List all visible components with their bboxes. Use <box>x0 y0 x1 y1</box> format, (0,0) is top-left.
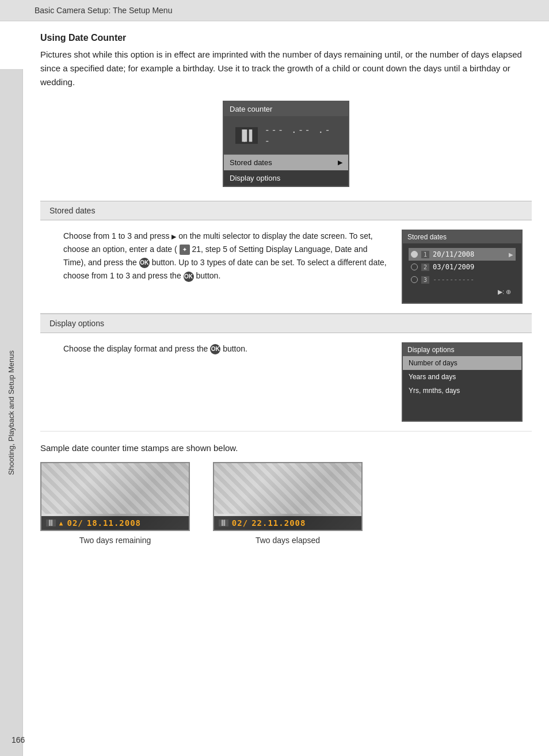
stamp-icon-1: ▐▌ <box>46 520 56 526</box>
display-option-yrs-mnths-days[interactable]: Yrs, mnths, days <box>403 384 521 398</box>
date-value-1: 20/11/2008 <box>433 250 474 258</box>
intro-paragraph: Pictures shot while this option is in ef… <box>40 48 532 89</box>
stored-date-row-2[interactable]: 2 03/01/2009 <box>409 261 516 273</box>
stored-dates-ui-body: 1 20/11/2008 ▶ 2 03/01/2009 3 ----------… <box>403 243 521 303</box>
stored-dates-text-part1: Choose from 1 to 3 and press <box>63 231 171 240</box>
sidebar-label-text: Shooting, Playback and Setup Menus <box>7 350 16 475</box>
date-counter-title: Date counter <box>224 102 348 116</box>
sample-intro: Sample date counter time stamps are show… <box>40 443 532 453</box>
header-title: Basic Camera Setup: The Setup Menu <box>35 6 172 15</box>
section-title: Using Date Counter <box>40 33 532 43</box>
stored-date-arrow-1: ▶ <box>509 251 513 258</box>
date-num-1: 1 <box>421 251 429 258</box>
camera-counter-icon: ▐▌▌ <box>235 127 258 144</box>
date-num-3: 3 <box>421 276 429 284</box>
menu-item-stored-dates[interactable]: Stored dates ▶ <box>224 155 348 170</box>
stamp-overlay-elapsed: ▐▌ 02/ 22.11.2008 <box>214 516 361 530</box>
display-option-years-and-days[interactable]: Years and days <box>403 370 521 384</box>
multi-selector-arrow: ▶ <box>171 233 176 240</box>
stamp-num-1: 02/ <box>67 518 83 528</box>
stored-date-row-3[interactable]: 3 ---------- <box>409 273 516 286</box>
ok-button-icon-1: OK <box>139 258 150 268</box>
stamp-date-1: 18.11.2008 <box>87 518 141 528</box>
ok-button-icon-2: OK <box>184 272 194 282</box>
stamp-triangle-1: ▲ <box>59 520 64 527</box>
sidebar-label: Shooting, Playback and Setup Menus <box>0 69 23 756</box>
arrow-right-icon: ▶ <box>338 159 342 166</box>
page-header: Basic Camera Setup: The Setup Menu <box>0 0 549 21</box>
stamp-label-remaining: Two days remaining <box>79 536 151 545</box>
display-options-ui-panel: Display options Number of days Years and… <box>402 342 523 422</box>
date-counter-screen: ▐▌▌ --- .-- .-- <box>224 116 348 155</box>
stored-dates-header: Stored dates <box>40 201 532 220</box>
display-options-text-part1: Choose the display format and press the <box>63 344 208 353</box>
display-options-body: Choose the display format and press the … <box>40 333 532 432</box>
stored-dates-text: Choose from 1 to 3 and press ▶ on the mu… <box>63 230 390 304</box>
page-number: 166 <box>12 735 25 744</box>
display-options-padding <box>403 398 521 421</box>
date-counter-menu: Date counter ▐▌▌ --- .-- .-- Stored date… <box>223 101 349 187</box>
stamp-item-remaining: ▐▌ ▲ 02/ 18.11.2008 Two days remaining <box>40 462 190 545</box>
stamp-label-elapsed: Two days elapsed <box>256 536 320 545</box>
date-counter-ui: Date counter ▐▌▌ --- .-- .-- Stored date… <box>40 101 532 187</box>
display-option-number-of-days[interactable]: Number of days <box>403 356 521 370</box>
stored-dates-body: Choose from 1 to 3 and press ▶ on the mu… <box>40 220 532 314</box>
stamp-image-remaining: ▐▌ ▲ 02/ 18.11.2008 <box>40 462 190 531</box>
display-options-text: Choose the display format and press the … <box>63 342 390 422</box>
stamp-overlay-remaining: ▐▌ ▲ 02/ 18.11.2008 <box>41 516 189 530</box>
stamp-bg-2 <box>214 463 361 514</box>
display-options-header: Display options <box>40 314 532 333</box>
display-options-ui-title: Display options <box>403 343 521 356</box>
camera-dashes: --- .-- .-- <box>265 124 337 146</box>
display-options-text-part2: button. <box>223 344 247 353</box>
stored-dates-ui-panel: Stored dates 1 20/11/2008 ▶ 2 03/01/2009… <box>402 230 523 304</box>
stored-date-row-1[interactable]: 1 20/11/2008 ▶ <box>409 248 516 261</box>
menu-item-display-options[interactable]: Display options <box>224 170 348 186</box>
stored-dates-ui-title: Stored dates <box>403 231 521 243</box>
stamp-bg-1 <box>41 463 189 514</box>
date-value-2: 03/01/2009 <box>433 263 474 271</box>
stamp-item-elapsed: ▐▌ 02/ 22.11.2008 Two days elapsed <box>213 462 363 545</box>
radio-1[interactable] <box>411 251 418 258</box>
stored-dates-footer: ▶: ⊕ <box>409 286 516 298</box>
footer-icon: ▶: ⊕ <box>498 288 511 296</box>
stamp-icon-2: ▐▌ <box>219 520 228 526</box>
stamps-row: ▐▌ ▲ 02/ 18.11.2008 Two days remaining ▐… <box>40 462 532 545</box>
stamp-date-2: 22.11.2008 <box>251 518 306 528</box>
stamp-num-2: 02/ <box>232 518 248 528</box>
date-num-2: 2 <box>421 264 429 271</box>
date-dashes-3: ---------- <box>433 276 474 284</box>
stamp-image-elapsed: ▐▌ 02/ 22.11.2008 <box>213 462 363 531</box>
main-content: Using Date Counter Pictures shot while t… <box>23 21 549 568</box>
radio-2[interactable] <box>411 264 418 270</box>
reference-icon: ✦ <box>180 245 190 255</box>
ok-button-icon-3: OK <box>210 344 220 354</box>
stored-dates-text-part5: button. <box>196 271 220 280</box>
radio-3[interactable] <box>411 276 418 283</box>
